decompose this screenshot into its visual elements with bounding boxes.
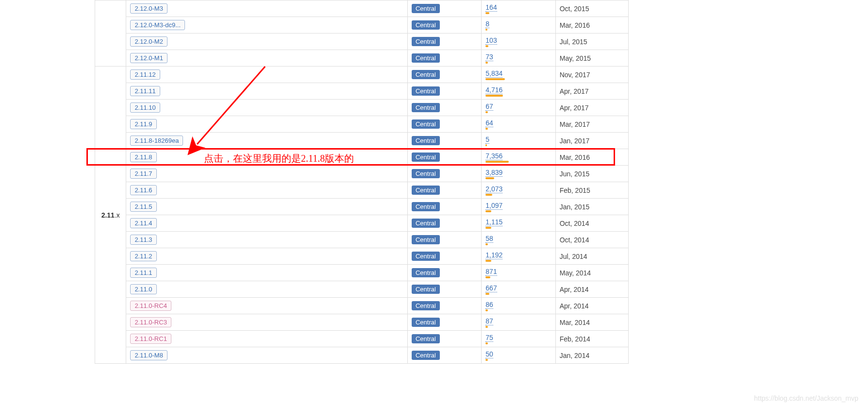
version-cell: 2.11.10 xyxy=(126,100,408,116)
repository-badge[interactable]: Central xyxy=(412,53,440,63)
version-link[interactable]: 2.11.0-RC4 xyxy=(130,301,171,311)
version-link[interactable]: 2.12.0-M3 xyxy=(130,3,167,14)
usages-link[interactable]: 1,115 xyxy=(485,218,502,226)
usages-link[interactable]: 5 xyxy=(485,136,489,144)
usages-link[interactable]: 86 xyxy=(485,301,493,309)
version-link[interactable]: 2.11.0 xyxy=(130,284,156,294)
repository-badge[interactable]: Central xyxy=(412,285,440,294)
usages-link[interactable]: 871 xyxy=(485,268,497,276)
table-row: 2.11.8-18269eaCentral5Jan, 2017 xyxy=(95,133,629,149)
usage-bar xyxy=(485,342,488,344)
usages-link[interactable]: 2,073 xyxy=(485,185,502,193)
usages-link[interactable]: 103 xyxy=(485,36,497,45)
date-cell: Nov, 2017 xyxy=(555,67,628,83)
usages-link[interactable]: 164 xyxy=(485,3,497,12)
usages-link[interactable]: 73 xyxy=(485,53,493,61)
repository-badge[interactable]: Central xyxy=(412,219,440,228)
version-link[interactable]: 2.12.0-M3-dc9... xyxy=(130,20,185,30)
version-link[interactable]: 2.12.0-M1 xyxy=(130,53,167,63)
version-link[interactable]: 2.12.0-M2 xyxy=(130,36,167,47)
usages-link[interactable]: 4,716 xyxy=(485,86,502,94)
repository-badge[interactable]: Central xyxy=(412,37,440,46)
repository-badge[interactable]: Central xyxy=(412,4,440,13)
version-link[interactable]: 2.11.0-RC1 xyxy=(130,334,171,344)
version-link[interactable]: 2.11.12 xyxy=(130,69,160,80)
usages-cell: 8 xyxy=(482,17,555,34)
version-link[interactable]: 2.11.9 xyxy=(130,119,156,129)
repository-badge[interactable]: Central xyxy=(412,136,440,145)
repository-badge[interactable]: Central xyxy=(412,318,440,327)
usages-link[interactable]: 5,834 xyxy=(485,69,502,78)
version-cell: 2.11.8-18269ea xyxy=(126,133,408,149)
repository-badge[interactable]: Central xyxy=(412,153,440,162)
date-cell: Jun, 2015 xyxy=(555,166,628,182)
version-link[interactable]: 2.11.8-18269ea xyxy=(130,136,183,146)
date-cell: Mar, 2016 xyxy=(555,17,628,34)
version-link[interactable]: 2.11.0-M8 xyxy=(130,350,167,360)
repository-badge[interactable]: Central xyxy=(412,186,440,195)
table-row: 2.11.0-RC3Central87Mar, 2014 xyxy=(95,314,629,331)
usages-link[interactable]: 1,097 xyxy=(485,202,502,210)
version-cell: 2.12.0-M3-dc9... xyxy=(126,17,408,34)
usages-link[interactable]: 58 xyxy=(485,235,493,243)
repository-badge[interactable]: Central xyxy=(412,86,440,96)
usages-cell: 1,192 xyxy=(482,248,555,265)
repository-badge[interactable]: Central xyxy=(412,103,440,112)
repository-badge[interactable]: Central xyxy=(412,334,440,343)
usages-link[interactable]: 67 xyxy=(485,102,493,111)
version-link[interactable]: 2.11.7 xyxy=(130,169,156,179)
usages-link[interactable]: 50 xyxy=(485,350,493,358)
usages-link[interactable]: 1,192 xyxy=(485,251,502,259)
version-link[interactable]: 2.11.3 xyxy=(130,235,156,245)
table-row: 2.11.8Central7,356Mar, 2016 xyxy=(95,149,629,166)
usages-link[interactable]: 64 xyxy=(485,119,493,127)
usage-bar xyxy=(485,78,505,80)
repository-cell: Central xyxy=(407,232,481,248)
repository-badge[interactable]: Central xyxy=(412,169,440,178)
date-cell: Apr, 2014 xyxy=(555,298,628,314)
table-row: 2.12.0-M1Central73May, 2015 xyxy=(95,50,629,67)
repository-badge[interactable]: Central xyxy=(412,202,440,211)
repository-badge[interactable]: Central xyxy=(412,119,440,129)
table-row: 2.11.0Central667Apr, 2014 xyxy=(95,281,629,298)
version-link[interactable]: 2.11.8 xyxy=(130,152,156,162)
repository-badge[interactable]: Central xyxy=(412,252,440,261)
version-link[interactable]: 2.11.10 xyxy=(130,102,160,113)
version-link[interactable]: 2.11.0-RC3 xyxy=(130,317,171,327)
repository-badge[interactable]: Central xyxy=(412,301,440,310)
version-cell: 2.11.0 xyxy=(126,281,408,298)
usage-bar xyxy=(485,45,488,47)
usages-link[interactable]: 8 xyxy=(485,20,489,28)
repository-badge[interactable]: Central xyxy=(412,70,440,79)
version-cell: 2.11.2 xyxy=(126,248,408,265)
version-link[interactable]: 2.11.5 xyxy=(130,202,156,212)
repository-badge[interactable]: Central xyxy=(412,20,440,30)
usages-cell: 1,097 xyxy=(482,199,555,215)
usage-bar xyxy=(485,210,491,212)
version-link[interactable]: 2.11.6 xyxy=(130,185,156,195)
usage-bar xyxy=(485,144,487,146)
version-group-cell: 2.11.x xyxy=(95,67,126,364)
repository-cell: Central xyxy=(407,50,481,67)
date-cell: Feb, 2014 xyxy=(555,331,628,347)
date-cell: Apr, 2017 xyxy=(555,100,628,116)
repository-cell: Central xyxy=(407,34,481,50)
version-link[interactable]: 2.11.11 xyxy=(130,86,160,96)
usage-bar xyxy=(485,95,503,97)
repository-badge[interactable]: Central xyxy=(412,235,440,244)
usages-link[interactable]: 3,839 xyxy=(485,169,502,177)
version-cell: 2.11.1 xyxy=(126,265,408,281)
usages-link[interactable]: 75 xyxy=(485,334,493,342)
repository-badge[interactable]: Central xyxy=(412,268,440,277)
date-cell: Mar, 2016 xyxy=(555,149,628,166)
version-cell: 2.11.11 xyxy=(126,83,408,100)
version-link[interactable]: 2.11.1 xyxy=(130,268,156,278)
version-link[interactable]: 2.11.2 xyxy=(130,251,156,261)
usages-link[interactable]: 87 xyxy=(485,317,493,325)
table-row: 2.11.7Central3,839Jun, 2015 xyxy=(95,166,629,182)
usages-link[interactable]: 7,356 xyxy=(485,152,502,160)
repository-cell: Central xyxy=(407,199,481,215)
repository-badge[interactable]: Central xyxy=(412,351,440,360)
usages-link[interactable]: 667 xyxy=(485,284,497,292)
version-link[interactable]: 2.11.4 xyxy=(130,218,156,228)
